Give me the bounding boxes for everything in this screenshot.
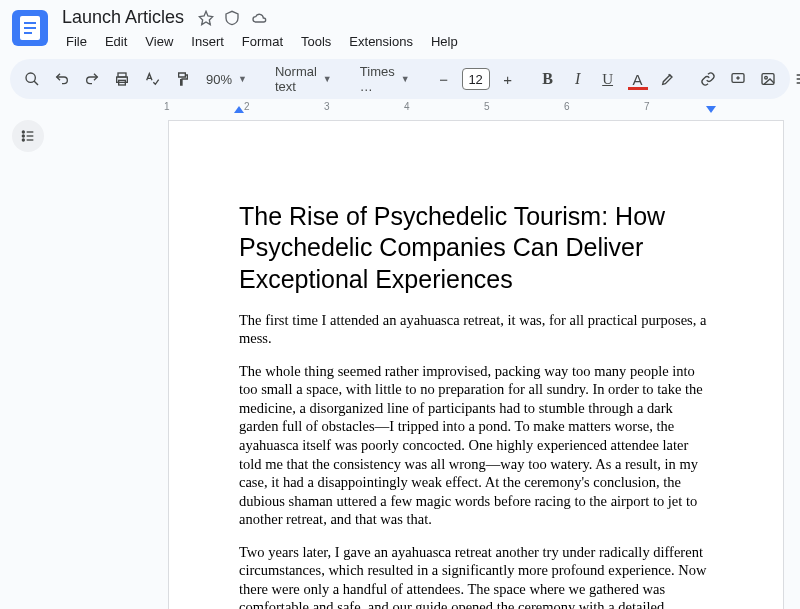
italic-button[interactable]: I bbox=[564, 65, 592, 93]
document-page[interactable]: The Rise of Psychedelic Tourism: How Psy… bbox=[168, 120, 784, 609]
document-heading[interactable]: The Rise of Psychedelic Tourism: How Psy… bbox=[239, 201, 713, 295]
font-value: Times … bbox=[360, 64, 395, 94]
paragraph[interactable]: The first time I attended an ayahuasca r… bbox=[239, 311, 713, 348]
docs-logo[interactable] bbox=[12, 10, 48, 46]
menu-extensions[interactable]: Extensions bbox=[341, 30, 421, 53]
bold-button[interactable]: B bbox=[534, 65, 562, 93]
paragraph-style-value: Normal text bbox=[275, 64, 317, 94]
highlight-color-button[interactable] bbox=[654, 65, 682, 93]
font-size-input[interactable]: 12 bbox=[462, 68, 490, 90]
cloud-status-icon[interactable] bbox=[250, 10, 268, 26]
zoom-value: 90% bbox=[206, 72, 232, 87]
font-select[interactable]: Times … ▼ bbox=[352, 65, 418, 93]
chevron-down-icon: ▼ bbox=[323, 74, 332, 84]
menu-tools[interactable]: Tools bbox=[293, 30, 339, 53]
svg-rect-5 bbox=[762, 74, 774, 85]
svg-point-0 bbox=[26, 73, 35, 82]
search-menus-icon[interactable] bbox=[18, 65, 46, 93]
menu-edit[interactable]: Edit bbox=[97, 30, 135, 53]
paragraph[interactable]: The whole thing seemed rather improvised… bbox=[239, 362, 713, 529]
left-indent-marker[interactable] bbox=[234, 106, 244, 113]
redo-icon[interactable] bbox=[78, 65, 106, 93]
document-title[interactable]: Launch Articles bbox=[58, 6, 188, 29]
menu-insert[interactable]: Insert bbox=[183, 30, 232, 53]
paragraph[interactable]: Two years later, I gave an ayahuasca ret… bbox=[239, 543, 713, 609]
svg-point-9 bbox=[22, 139, 24, 141]
menu-file[interactable]: File bbox=[58, 30, 95, 53]
ruler-number: 7 bbox=[644, 101, 650, 112]
chevron-down-icon: ▼ bbox=[401, 74, 410, 84]
ruler-number: 5 bbox=[484, 101, 490, 112]
horizontal-ruler[interactable]: 1 2 3 4 5 6 7 bbox=[166, 100, 786, 116]
print-icon[interactable] bbox=[108, 65, 136, 93]
insert-image-button[interactable] bbox=[754, 65, 782, 93]
svg-point-7 bbox=[22, 131, 24, 133]
menu-format[interactable]: Format bbox=[234, 30, 291, 53]
paint-format-icon[interactable] bbox=[168, 65, 196, 93]
add-comment-button[interactable] bbox=[724, 65, 752, 93]
menu-help[interactable]: Help bbox=[423, 30, 466, 53]
spellcheck-icon[interactable] bbox=[138, 65, 166, 93]
ruler-number: 2 bbox=[244, 101, 250, 112]
increase-font-size-button[interactable]: + bbox=[494, 65, 522, 93]
zoom-select[interactable]: 90% ▼ bbox=[198, 65, 255, 93]
menu-bar: File Edit View Insert Format Tools Exten… bbox=[58, 30, 466, 53]
underline-button[interactable]: U bbox=[594, 65, 622, 93]
left-rail bbox=[0, 100, 56, 609]
star-icon[interactable] bbox=[198, 10, 214, 26]
title-bar: Launch Articles File Edit View Insert Fo… bbox=[0, 0, 800, 53]
insert-link-button[interactable] bbox=[694, 65, 722, 93]
ruler-number: 3 bbox=[324, 101, 330, 112]
text-color-button[interactable]: A bbox=[624, 65, 652, 93]
ruler-number: 1 bbox=[164, 101, 170, 112]
ruler-number: 4 bbox=[404, 101, 410, 112]
document-scroll-area[interactable]: 1 2 3 4 5 6 7 The Rise of Psychedelic To… bbox=[56, 100, 800, 609]
undo-icon[interactable] bbox=[48, 65, 76, 93]
decrease-font-size-button[interactable]: − bbox=[430, 65, 458, 93]
chevron-down-icon: ▼ bbox=[238, 74, 247, 84]
svg-point-8 bbox=[22, 135, 24, 137]
right-margin-marker[interactable] bbox=[706, 106, 716, 113]
paragraph-style-select[interactable]: Normal text ▼ bbox=[267, 65, 340, 93]
menu-view[interactable]: View bbox=[137, 30, 181, 53]
align-button[interactable]: ▼ bbox=[794, 65, 800, 93]
toolbar: 90% ▼ Normal text ▼ Times … ▼ − 12 + B I… bbox=[10, 59, 790, 99]
move-icon[interactable] bbox=[224, 10, 240, 26]
outline-toggle-button[interactable] bbox=[12, 120, 44, 152]
ruler-number: 6 bbox=[564, 101, 570, 112]
svg-point-6 bbox=[764, 76, 767, 79]
